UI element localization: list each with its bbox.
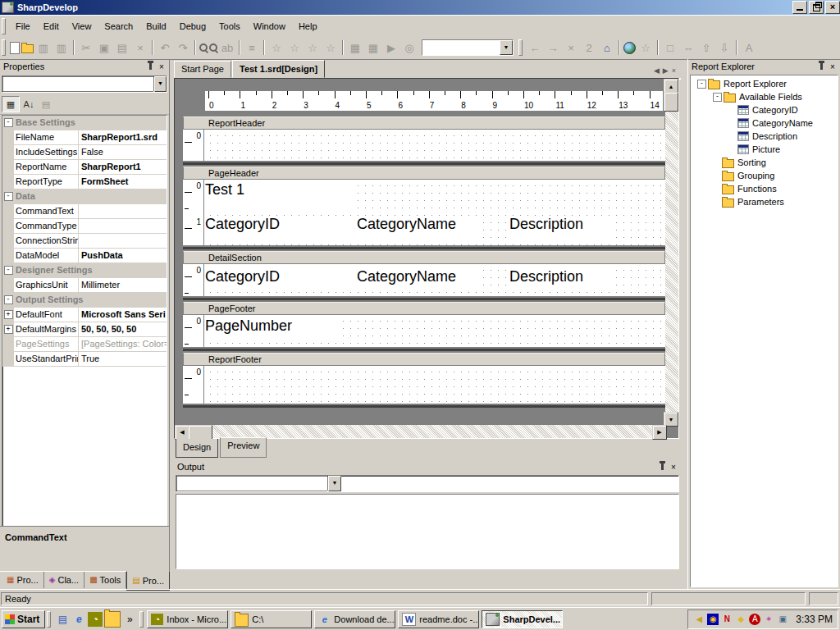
- collapse-icon[interactable]: -: [4, 192, 13, 201]
- output-source-selector[interactable]: ▼: [176, 475, 679, 492]
- output-text-area[interactable]: [176, 494, 679, 569]
- tab-preview[interactable]: Preview: [220, 437, 267, 458]
- tab-projects[interactable]: ▦Pro...: [2, 572, 44, 588]
- pin-icon[interactable]: [815, 62, 827, 72]
- toolbar-combobox[interactable]: ▼: [422, 39, 514, 56]
- collapse-icon[interactable]: -: [4, 295, 13, 304]
- menu-item-tools[interactable]: Tools: [212, 19, 247, 34]
- property-value[interactable]: False: [79, 145, 167, 159]
- toggle-bookmark-icon[interactable]: ☆: [268, 39, 285, 56]
- minimize-button[interactable]: [792, 1, 807, 14]
- paste-icon[interactable]: ▤: [114, 39, 130, 56]
- section-canvas[interactable]: CategoryIDCategoryNameDescription: [204, 264, 665, 296]
- next-bookmark-icon[interactable]: ☆: [304, 39, 321, 56]
- open-file-icon[interactable]: [21, 44, 34, 53]
- section-band-pageheader[interactable]: PageHeader: [183, 167, 665, 180]
- network-icon[interactable]: ▣: [777, 614, 788, 625]
- tree-item-report-explorer[interactable]: -Report Explorer: [691, 77, 838, 90]
- move-down-icon[interactable]: ⇩: [716, 39, 733, 56]
- chevron-down-icon[interactable]: ▼: [500, 40, 513, 55]
- report-designer[interactable]: 01234567891011121314 ReportHeader0PageHe…: [174, 78, 679, 439]
- object-selector[interactable]: ▼: [2, 75, 167, 93]
- property-row-connectionstrin[interactable]: ConnectionStrin: [2, 234, 167, 249]
- report-item-detailsection-categoryname[interactable]: CategoryName: [357, 268, 478, 291]
- object-selector-input[interactable]: [2, 76, 154, 92]
- property-category-data[interactable]: -Data: [2, 189, 167, 204]
- norton-icon[interactable]: N: [721, 614, 733, 625]
- menubar-grip[interactable]: [2, 18, 6, 34]
- web-browser-icon[interactable]: [623, 42, 636, 54]
- cut-icon[interactable]: ✂: [78, 39, 94, 56]
- close-button[interactable]: ×: [825, 1, 840, 14]
- report-item-detailsection-description[interactable]: Description: [509, 268, 611, 291]
- property-value[interactable]: [79, 219, 167, 233]
- tree-item-sorting[interactable]: Sorting: [691, 156, 838, 169]
- property-value[interactable]: FormSheet: [79, 175, 167, 189]
- scroll-left-icon[interactable]: ◀: [654, 66, 660, 75]
- collapse-icon[interactable]: -: [713, 93, 722, 102]
- show-desktop-icon[interactable]: ▤: [55, 612, 70, 627]
- browse-refresh-icon[interactable]: 2: [581, 39, 597, 56]
- property-category-designer-settings[interactable]: -Designer Settings: [2, 263, 167, 278]
- undo-icon[interactable]: ↶: [157, 39, 173, 56]
- web-bookmark-icon[interactable]: ☆: [637, 39, 654, 56]
- output-source-input[interactable]: [176, 476, 328, 491]
- task-list-icon[interactable]: ≡: [244, 39, 260, 56]
- ati-icon[interactable]: A: [749, 614, 760, 625]
- tree-item-available-fields[interactable]: -Available Fields: [691, 90, 838, 103]
- find-icon[interactable]: [199, 43, 208, 52]
- sort-icon[interactable]: A: [741, 39, 757, 56]
- collapse-icon[interactable]: -: [4, 118, 13, 127]
- tree-item-functions[interactable]: Functions: [691, 182, 838, 195]
- tab-classes[interactable]: ◈Cla...: [44, 572, 84, 588]
- chevron-down-icon[interactable]: ▼: [328, 476, 341, 491]
- restore-button[interactable]: [809, 1, 824, 14]
- taskbar-button-sharpdevel[interactable]: SharpDevel...: [482, 610, 563, 628]
- property-value[interactable]: Microsoft Sans Seri: [79, 308, 167, 322]
- tree-item-picture[interactable]: Picture: [691, 143, 838, 156]
- tree-item-description[interactable]: Description: [691, 130, 838, 143]
- menu-item-search[interactable]: Search: [98, 19, 139, 34]
- toolbar-combobox-input[interactable]: [422, 40, 500, 55]
- tree-item-categoryid[interactable]: CategoryID: [691, 103, 838, 116]
- menu-item-file[interactable]: File: [9, 19, 37, 34]
- clear-bookmarks-icon[interactable]: ☆: [322, 39, 339, 56]
- tree-item-parameters[interactable]: Parameters: [691, 195, 838, 208]
- tab-design[interactable]: Design: [176, 439, 218, 458]
- property-row-commandtext[interactable]: CommandText: [2, 204, 167, 219]
- radio-icon[interactable]: ◉: [707, 614, 719, 625]
- report-item-pagefooter-pagenumber[interactable]: PageNumber: [205, 317, 343, 342]
- menu-item-debug[interactable]: Debug: [173, 19, 212, 34]
- report-item-detailsection-categoryid[interactable]: CategoryID: [205, 268, 351, 291]
- menu-item-view[interactable]: View: [66, 19, 98, 34]
- menu-item-help[interactable]: Help: [292, 19, 324, 34]
- save-file-icon[interactable]: ▥: [35, 39, 52, 56]
- alphabetical-icon[interactable]: A↓: [21, 97, 37, 112]
- close-panel-icon[interactable]: ×: [156, 62, 167, 72]
- new-window-icon[interactable]: □: [662, 39, 678, 56]
- menu-item-edit[interactable]: Edit: [37, 19, 66, 34]
- categorized-icon[interactable]: ▦: [2, 96, 20, 112]
- section-band-reportheader[interactable]: ReportHeader: [183, 116, 665, 130]
- vertical-scrollbar[interactable]: [665, 92, 678, 413]
- section-band-pagefooter[interactable]: PageFooter: [183, 302, 665, 315]
- pin-icon[interactable]: [144, 62, 156, 72]
- property-row-commandtype[interactable]: CommandType: [2, 219, 167, 234]
- section-detailsection[interactable]: 0CategoryIDCategoryNameDescription: [183, 264, 665, 296]
- run-icon[interactable]: ▶: [383, 39, 399, 56]
- horizontal-scrollbar-thumb[interactable]: [188, 425, 212, 440]
- save-all-icon[interactable]: ▥: [53, 39, 70, 56]
- property-row-defaultmargins[interactable]: +DefaultMargins50, 50, 50, 50: [2, 322, 167, 337]
- property-category-output-settings[interactable]: -Output Settings: [2, 293, 167, 308]
- keyboard-icon[interactable]: ▦: [347, 39, 363, 56]
- property-row-includesettings[interactable]: IncludeSettingsFalse: [2, 145, 167, 160]
- tab-start-page[interactable]: Start Page: [174, 61, 231, 78]
- section-pageheader[interactable]: 01Test 1CategoryIDCategoryNameDescriptio…: [183, 180, 665, 245]
- property-row-datamodel[interactable]: DataModelPushData: [2, 249, 167, 263]
- close-panel-icon[interactable]: ×: [827, 62, 838, 72]
- taskbar-grip-2[interactable]: [139, 611, 144, 628]
- menu-item-window[interactable]: Window: [247, 19, 292, 34]
- property-row-usestandartprir[interactable]: UseStandartPrirTrue: [2, 352, 167, 367]
- diamond-icon[interactable]: ◆: [735, 614, 746, 625]
- section-reportfooter[interactable]: 0: [183, 366, 665, 404]
